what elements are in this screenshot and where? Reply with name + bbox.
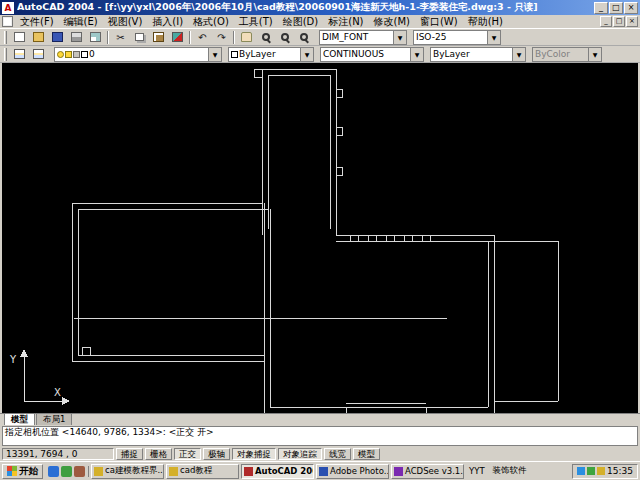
- tray-antivirus-icon[interactable]: [587, 467, 595, 475]
- menu-format[interactable]: 格式(O): [188, 15, 234, 29]
- undo-button[interactable]: ↶: [193, 30, 212, 45]
- tab-layout1[interactable]: 布局1: [36, 413, 72, 425]
- quicklaunch-ie-icon[interactable]: [48, 466, 59, 477]
- layers-toolbar: 0 ▼ ByLayer ▼ CONTINUOUS ▼ ByLayer ▼ ByC…: [0, 46, 640, 63]
- task-label: ACDSee v3.1...: [405, 466, 464, 476]
- status-toggle-ortho[interactable]: 正交: [174, 448, 201, 460]
- ucs-y-label: Y: [9, 354, 17, 365]
- text-style-combo[interactable]: DIM_FONT ▼: [319, 30, 407, 45]
- quicklaunch-player-icon[interactable]: [74, 466, 85, 477]
- matchprop-button[interactable]: [168, 30, 187, 45]
- toolbar-separator: [189, 31, 191, 44]
- lineweight-combo[interactable]: ByLayer ▼: [430, 47, 526, 62]
- child-close-button[interactable]: ×: [626, 16, 638, 27]
- status-toggle-snap[interactable]: 捕捉: [116, 448, 143, 460]
- paste-button[interactable]: [149, 30, 168, 45]
- coordinates-display[interactable]: 13391, 7694 , 0: [2, 448, 114, 460]
- menu-bar: 文件(F)编辑(E)视图(V)插入(I)格式(O)工具(T)绘图(D)标注(N)…: [0, 15, 640, 29]
- status-toggle-polar[interactable]: 极轴: [203, 448, 230, 460]
- task-label: Adobe Photo...: [330, 466, 389, 476]
- minimize-button[interactable]: _: [594, 2, 608, 14]
- plot-button[interactable]: [67, 30, 86, 45]
- menu-dimension[interactable]: 标注(N): [323, 15, 368, 29]
- pan-button[interactable]: [237, 30, 256, 45]
- taskband-label[interactable]: 装饰软件: [490, 465, 530, 477]
- zoom-previous-button[interactable]: [294, 30, 313, 45]
- menu-tools[interactable]: 工具(T): [234, 15, 278, 29]
- linetype-combo[interactable]: CONTINUOUS ▼: [320, 47, 424, 62]
- menu-items: 文件(F)编辑(E)视图(V)插入(I)格式(O)工具(T)绘图(D)标注(N)…: [15, 15, 508, 29]
- menu-draw[interactable]: 绘图(D): [278, 15, 324, 29]
- cut-button[interactable]: ✂: [111, 30, 130, 45]
- maximize-button[interactable]: □: [609, 2, 623, 14]
- start-label: 开始: [19, 465, 38, 478]
- menu-window[interactable]: 窗口(W): [415, 15, 463, 29]
- status-bar: 13391, 7694 , 0 捕捉栅格正交极轴对象捕捉对象追踪线宽模型: [0, 447, 640, 461]
- command-window[interactable]: 指定相机位置 <14640, 9786, 1334>: <正交 开>: [0, 425, 640, 447]
- toolbar-separator: [233, 31, 235, 44]
- chevron-down-icon[interactable]: ▼: [487, 31, 500, 44]
- color-value: ByLayer: [239, 49, 300, 59]
- menu-file[interactable]: 文件(F): [15, 15, 59, 29]
- window-mark: [350, 235, 358, 241]
- menu-modify[interactable]: 修改(M): [369, 15, 415, 29]
- plot-style-combo: ByColor ▼: [532, 47, 602, 62]
- menu-help[interactable]: 帮助(H): [463, 15, 508, 29]
- layer-combo[interactable]: 0 ▼: [54, 47, 222, 62]
- dim-style-combo[interactable]: ISO-25 ▼: [413, 30, 501, 45]
- chevron-down-icon[interactable]: ▼: [208, 48, 221, 61]
- matchprop-icon: [172, 32, 183, 42]
- taskbar-task-3[interactable]: Adobe Photo...: [316, 464, 389, 479]
- menu-insert[interactable]: 插入(I): [147, 15, 188, 29]
- zoom-window-button[interactable]: [275, 30, 294, 45]
- layout-tabs: 模型布局1: [0, 413, 640, 425]
- chevron-down-icon[interactable]: ▼: [410, 48, 423, 61]
- qnew-button[interactable]: [10, 30, 29, 45]
- child-minimize-button[interactable]: _: [600, 16, 612, 27]
- plot-preview-button[interactable]: [86, 30, 105, 45]
- toolbar-grip[interactable]: [4, 48, 7, 61]
- close-button[interactable]: ×: [624, 2, 638, 14]
- undo-icon: ↶: [197, 32, 208, 42]
- status-toggle-model[interactable]: 模型: [353, 448, 380, 460]
- chevron-down-icon[interactable]: ▼: [393, 31, 406, 44]
- taskbar-task-4[interactable]: ACDSee v3.1...: [391, 464, 464, 479]
- tray-volume-icon[interactable]: [597, 467, 605, 475]
- redo-button[interactable]: ↷: [212, 30, 231, 45]
- child-restore-button[interactable]: □: [613, 16, 625, 27]
- plot-icon: [71, 32, 82, 42]
- taskbar-task-1[interactable]: cad教程: [166, 464, 239, 479]
- chevron-down-icon[interactable]: ▼: [512, 48, 525, 61]
- taskbar-task-0[interactable]: ca建模教程界...: [91, 464, 164, 479]
- make-object-layer-current-button[interactable]: [29, 47, 48, 62]
- status-toggle-osnap[interactable]: 对象捕捉: [232, 448, 276, 460]
- status-toggle-grid[interactable]: 栅格: [145, 448, 172, 460]
- tray-network-icon[interactable]: [577, 467, 585, 475]
- menu-view[interactable]: 视图(V): [103, 15, 148, 29]
- status-toggle-otrack[interactable]: 对象追踪: [278, 448, 322, 460]
- window-mark: [422, 235, 430, 241]
- ucs-x-label: X: [54, 387, 61, 398]
- taskbar-task-2[interactable]: AutoCAD 200...: [241, 464, 314, 479]
- copy-button[interactable]: [130, 30, 149, 45]
- autocad-app-icon: A: [2, 2, 14, 14]
- status-toggle-lwt[interactable]: 线宽: [324, 448, 351, 460]
- task-app-icon: [169, 467, 178, 476]
- tab-model[interactable]: 模型: [4, 413, 35, 425]
- toolbar-grip[interactable]: [4, 31, 7, 44]
- windows-logo-icon: [7, 466, 17, 476]
- quicklaunch-desktop-icon[interactable]: [61, 466, 72, 477]
- layer-properties-button[interactable]: [10, 47, 29, 62]
- color-combo[interactable]: ByLayer ▼: [228, 47, 314, 62]
- window-mark: [336, 127, 342, 135]
- drawing-area[interactable]: Y X: [0, 63, 640, 413]
- start-button[interactable]: 开始: [2, 464, 43, 479]
- open-button[interactable]: [29, 30, 48, 45]
- menu-edit[interactable]: 编辑(E): [59, 15, 103, 29]
- zoom-realtime-button[interactable]: [256, 30, 275, 45]
- chevron-down-icon[interactable]: ▼: [300, 48, 313, 61]
- clock: 15:35: [607, 466, 633, 476]
- save-button[interactable]: [48, 30, 67, 45]
- save-icon: [52, 32, 63, 42]
- layer-properties-icon: [14, 49, 25, 59]
